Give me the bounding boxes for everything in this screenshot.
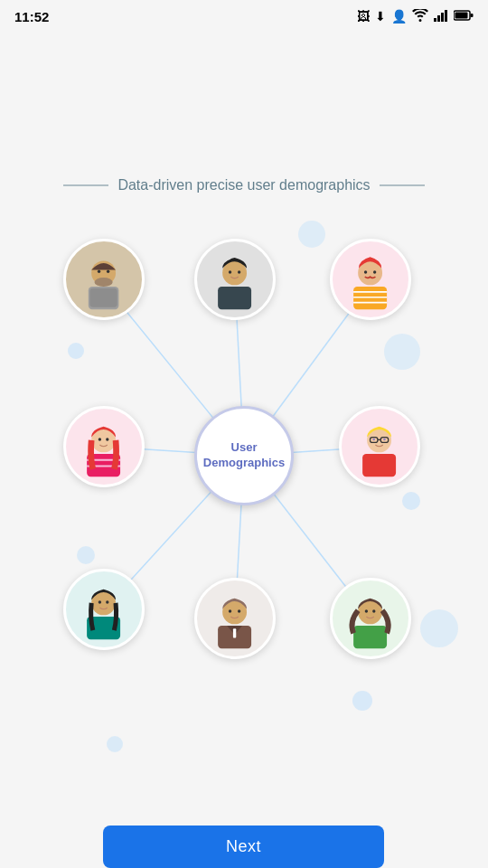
network-diagram: User Demographics xyxy=(27,203,461,709)
avatar-bot-center xyxy=(194,578,276,659)
svg-rect-50 xyxy=(233,629,236,638)
title-line-left xyxy=(63,184,108,186)
svg-point-47 xyxy=(99,601,101,604)
svg-rect-20 xyxy=(90,288,117,307)
svg-point-44 xyxy=(384,439,387,441)
svg-point-56 xyxy=(365,610,368,613)
svg-rect-0 xyxy=(434,18,436,22)
wifi-icon xyxy=(412,9,428,24)
battery-icon xyxy=(454,9,474,24)
svg-point-52 xyxy=(229,610,231,613)
svg-point-36 xyxy=(99,439,101,441)
dot-mid-right-lg xyxy=(384,334,420,370)
dot-right-mid xyxy=(420,609,458,647)
title-text: Data-driven precise user demographics xyxy=(117,177,370,193)
svg-rect-21 xyxy=(219,287,252,309)
dot-bot-right xyxy=(352,691,372,711)
svg-point-48 xyxy=(107,601,109,604)
dot-left-mid xyxy=(77,546,95,564)
svg-rect-54 xyxy=(354,626,388,648)
status-bar: 11:52 🖼 ⬇ 👤 xyxy=(0,0,488,33)
svg-rect-2 xyxy=(441,13,444,22)
avatar-bot-right xyxy=(330,578,411,659)
next-button[interactable]: Next xyxy=(103,826,384,868)
svg-point-31 xyxy=(373,271,376,274)
avatar-mid-left xyxy=(63,406,145,487)
avatar-top-left xyxy=(63,239,145,320)
svg-point-30 xyxy=(364,271,367,274)
svg-rect-38 xyxy=(363,454,397,476)
dot-top-right xyxy=(298,221,325,248)
photo-icon: 🖼 xyxy=(357,9,370,24)
avatar-top-center xyxy=(194,239,276,320)
download-icon: ⬇ xyxy=(375,9,386,24)
svg-point-57 xyxy=(373,610,376,613)
avatar-top-right xyxy=(330,239,411,320)
svg-point-17 xyxy=(95,278,113,287)
title-line-right xyxy=(380,184,425,186)
svg-point-24 xyxy=(238,271,240,274)
svg-rect-5 xyxy=(471,14,474,17)
svg-rect-1 xyxy=(437,15,440,22)
signal-icon xyxy=(434,9,448,24)
avatar-mid-right xyxy=(339,406,420,487)
svg-point-37 xyxy=(107,439,109,441)
status-icons: 🖼 ⬇ 👤 xyxy=(357,9,474,24)
svg-point-23 xyxy=(229,271,231,274)
title-area: Data-driven precise user demographics xyxy=(0,177,488,193)
main-content: Data-driven precise user demographics xyxy=(0,33,488,868)
svg-rect-3 xyxy=(445,10,447,22)
svg-point-18 xyxy=(98,270,100,273)
avatar-bot-left xyxy=(63,569,145,650)
status-time: 11:52 xyxy=(14,9,49,24)
svg-point-19 xyxy=(107,270,109,273)
person-icon: 👤 xyxy=(391,9,407,24)
center-label: User Demographics xyxy=(203,440,285,471)
svg-point-53 xyxy=(238,610,240,613)
dot-mid-right-sm xyxy=(402,492,420,510)
svg-rect-6 xyxy=(455,13,468,19)
avatar-center-node: User Demographics xyxy=(194,406,294,505)
svg-point-43 xyxy=(373,439,376,441)
dot-top-left-sm xyxy=(68,343,84,359)
dot-bot-left xyxy=(107,736,123,752)
